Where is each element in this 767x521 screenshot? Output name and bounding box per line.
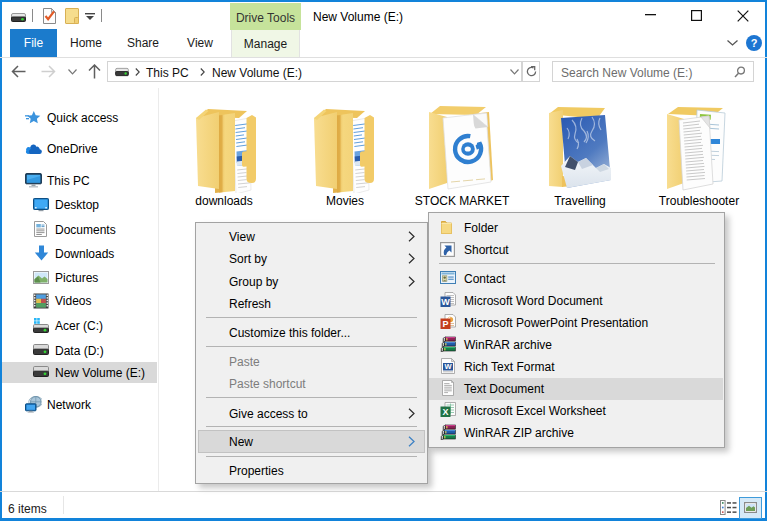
svg-text:P: P — [442, 319, 448, 329]
svg-text:W: W — [444, 362, 452, 371]
svg-text:X: X — [442, 407, 448, 417]
svg-text:W: W — [441, 297, 450, 307]
